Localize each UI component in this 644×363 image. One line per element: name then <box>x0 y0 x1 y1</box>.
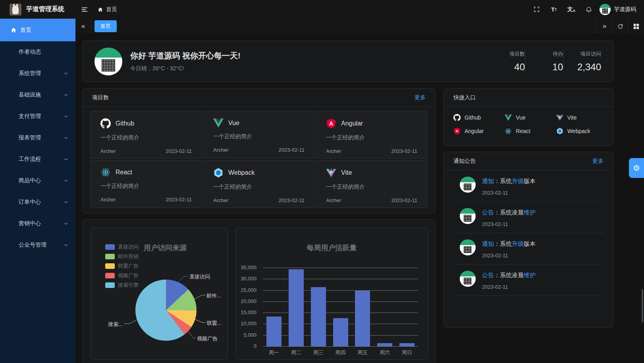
x-axis-tick: 周二 <box>285 349 307 356</box>
notice-avatar <box>460 271 476 287</box>
tab-home[interactable]: 首页 <box>94 20 117 32</box>
project-author: Archer <box>213 147 228 153</box>
pie-slice-label: 搜索... <box>100 321 123 328</box>
chevron-down-icon <box>64 71 68 76</box>
sidebar-item-order-center[interactable]: 订单中心 <box>0 191 75 213</box>
project-card-github[interactable]: Github 一个正经的简介 Archer2023-02-11 <box>91 111 202 158</box>
pie-chart[interactable] <box>135 280 197 341</box>
project-date: 2023-02-11 <box>391 197 417 203</box>
notice-item[interactable]: 公告：系统凌晨维护 2023-02-11 <box>453 265 604 296</box>
project-card-webpack[interactable]: Webpack 一个正经的简介 Archer2023-02-11 <box>203 160 314 208</box>
chevron-down-icon <box>64 157 68 162</box>
sidebar-item-product-center[interactable]: 商品中心 <box>0 170 75 191</box>
legend-swatch <box>105 282 115 288</box>
language-icon[interactable]: 文A <box>565 3 578 16</box>
chevron-down-icon <box>64 135 68 140</box>
project-date: 2023-02-11 <box>278 197 305 203</box>
legend-item[interactable]: 视频广告 <box>105 271 139 280</box>
notice-item[interactable]: 通知：系统升级版本 2023-02-11 <box>453 233 604 265</box>
user-name: 芋道源码 <box>614 6 636 13</box>
notice-item[interactable]: 公告：系统凌晨维护 2023-02-11 <box>453 202 604 233</box>
sidebar-fold-icon[interactable] <box>81 6 88 13</box>
project-date: 2023-02-11 <box>391 148 417 154</box>
bar[interactable] <box>355 291 370 346</box>
legend-item[interactable]: 直接访问 <box>105 242 139 252</box>
project-author: Archer <box>100 197 116 203</box>
charts-panel: 用户访问来源 直接访问邮件营销联盟广告视频广告搜索引擎 直接访问邮件...联盟.… <box>82 219 436 363</box>
bar[interactable] <box>399 343 415 346</box>
project-date: 2023-02-11 <box>166 197 192 203</box>
sidebar-item-author-news[interactable]: 作者动态 <box>0 41 75 63</box>
quick-link-github[interactable]: Github <box>453 114 501 121</box>
vite-icon <box>556 114 563 121</box>
greeting-panel: 你好 芋道源码 祝你开心每一天! 今日晴，20°C - 32°C! 项目数 40… <box>82 41 613 82</box>
settings-gear-button[interactable]: ⚙ <box>629 158 644 178</box>
bar[interactable] <box>311 287 326 346</box>
quick-link-vue[interactable]: Vue <box>505 114 552 121</box>
svg-text:A: A <box>329 120 333 127</box>
app-logo-rabbit-avatar <box>10 4 21 15</box>
project-card-angular[interactable]: A Angular 一个正经的简介 Archer2023-02-11 <box>316 111 427 158</box>
legend-label: 联盟广告 <box>118 263 139 270</box>
project-card-react[interactable]: React 一个正经的简介 Archer2023-02-11 <box>91 160 202 208</box>
layout-grid-icon[interactable] <box>628 19 644 34</box>
notification-bell-icon[interactable] <box>582 3 596 16</box>
vue-icon <box>213 118 224 127</box>
projects-more-link[interactable]: 更多 <box>415 94 426 101</box>
chevron-down-icon <box>64 114 68 119</box>
quick-link-react[interactable]: React <box>505 127 552 135</box>
tabs-bar: « 首页 » <box>75 19 644 34</box>
webpack-icon <box>213 168 224 178</box>
breadcrumb-home: 首页 <box>106 6 117 13</box>
bar[interactable] <box>333 318 348 346</box>
legend-label: 邮件营销 <box>118 253 139 260</box>
sidebar-item-infrastructure[interactable]: 基础设施 <box>0 84 75 106</box>
tabs-scroll-left-icon[interactable]: « <box>75 19 91 34</box>
pie-slice-label: 联盟... <box>207 320 222 327</box>
tabs-scroll-right-icon[interactable]: » <box>596 19 612 34</box>
quick-link-webpack[interactable]: Webpack <box>556 127 604 135</box>
bar[interactable] <box>377 343 392 346</box>
chevron-down-icon <box>64 178 68 183</box>
pie-chart-card: 用户访问来源 直接访问邮件营销联盟广告视频广告搜索引擎 直接访问邮件...联盟.… <box>91 228 228 360</box>
pie-slice-label: 直接访问 <box>189 273 210 280</box>
legend-swatch <box>105 263 115 269</box>
page-scrollbar[interactable] <box>642 289 643 322</box>
quick-link-vite[interactable]: Vite <box>556 114 604 121</box>
project-card-vite[interactable]: Vite 一个正经的简介 Archer2023-02-11 <box>316 160 427 208</box>
angular-icon: A <box>326 118 336 129</box>
font-size-icon[interactable]: Tт <box>547 3 561 16</box>
pie-chart-title: 用户访问来源 <box>144 243 187 253</box>
sidebar-item-marketing-center[interactable]: 营销中心 <box>0 213 75 234</box>
legend-item[interactable]: 邮件营销 <box>105 252 139 261</box>
notice-item[interactable]: 通知：系统升级版本 2023-02-11 <box>453 170 604 202</box>
bar-y-axis: 35,00030,00025,00020,00015,00010,0005,00… <box>236 268 260 346</box>
bar-x-axis: 周一周二周三周四周五周六周日 <box>263 349 418 356</box>
app-title: 芋道管理系统 <box>26 5 64 14</box>
legend-label: 搜索引擎 <box>118 282 139 289</box>
quick-link-angular[interactable]: A Angular <box>453 127 501 135</box>
bar[interactable] <box>289 269 304 346</box>
sidebar-item-home[interactable]: 首页 <box>0 19 75 41</box>
bar-chart-title: 每周用户活跃量 <box>236 243 428 253</box>
sidebar-item-payment[interactable]: 支付管理 <box>0 106 75 127</box>
bar[interactable] <box>266 317 282 346</box>
legend-item[interactable]: 搜索引擎 <box>105 280 139 290</box>
react-icon <box>100 168 111 177</box>
sidebar-item-workflow[interactable]: 工作流程 <box>0 149 75 170</box>
notice-avatar <box>460 239 476 255</box>
fullscreen-icon[interactable] <box>530 3 543 16</box>
breadcrumb[interactable]: 首页 <box>98 6 117 13</box>
pie-slice-label: 邮件... <box>206 292 221 299</box>
notice-more-link[interactable]: 更多 <box>592 158 604 165</box>
project-card-vue[interactable]: Vue 一个正经的简介 Archer2023-02-11 <box>203 111 314 158</box>
sidebar-item-wechat-mp[interactable]: 公众号管理 <box>0 234 75 256</box>
refresh-icon[interactable] <box>612 19 628 34</box>
home-icon <box>98 7 103 12</box>
sidebar-item-report[interactable]: 报表管理 <box>0 127 75 149</box>
app-logo-zone[interactable]: 芋道管理系统 <box>0 4 75 15</box>
sidebar-item-system[interactable]: 系统管理 <box>0 63 75 84</box>
notice-avatar <box>460 177 476 193</box>
user-menu[interactable]: 芋道源码 <box>600 4 636 15</box>
legend-item[interactable]: 联盟广告 <box>105 261 139 271</box>
